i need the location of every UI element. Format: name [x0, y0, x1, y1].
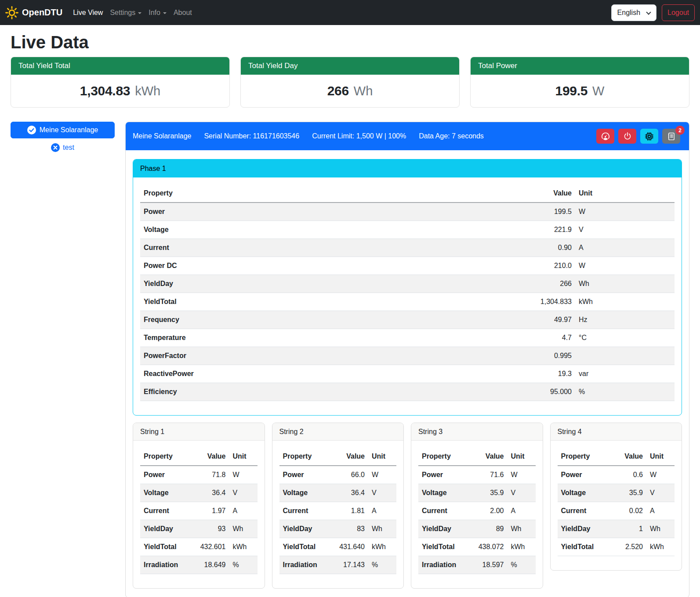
value-cell: 2.00 [464, 502, 508, 520]
nav-item-info[interactable]: Info [145, 5, 170, 20]
table-row-yieldday: YieldDay83Wh [279, 520, 397, 538]
unit-cell: W [575, 257, 675, 275]
table-row-current: Current0.02A [558, 502, 675, 520]
table-row-yieldtotal: YieldTotal2.520kWh [558, 538, 675, 556]
summary-card-body: 199.5W [471, 75, 689, 107]
test-link-label: test [63, 144, 74, 152]
value-cell: 95.000 [505, 383, 575, 401]
value-cell: 0.02 [602, 502, 646, 520]
summary-card-value: 1,304.83 [80, 83, 130, 98]
unit-cell: W [368, 466, 396, 484]
table-row-voltage: Voltage221.9V [140, 221, 675, 239]
phase-card: Phase 1 PropertyValueUnitPower199.5WVolt… [133, 159, 682, 416]
device-info-button[interactable] [640, 129, 658, 144]
journal-icon [667, 132, 675, 141]
unit-cell: A [508, 502, 536, 520]
unit-cell: W [229, 466, 258, 484]
property-cell: Power [140, 203, 505, 221]
property-cell: Irradiation [140, 556, 185, 574]
property-cell: Voltage [279, 484, 325, 502]
page-title: Live Data [11, 33, 689, 52]
summary-card-title: Total Yield Total [11, 57, 229, 75]
value-cell: 432.601 [185, 538, 229, 556]
table-row-irradiation: Irradiation17.143% [279, 556, 397, 574]
event-log-button[interactable]: 2 [662, 129, 680, 144]
property-cell: Irradiation [279, 556, 325, 574]
property-cell: Current [558, 502, 603, 520]
test-link[interactable]: test [11, 143, 115, 152]
string-card-body: PropertyValueUnitPower66.0WVoltage36.4VC… [272, 441, 404, 588]
column-header-value: Value [602, 448, 646, 466]
property-cell: Voltage [140, 484, 185, 502]
value-cell: 71.8 [185, 466, 229, 484]
value-cell: 1.97 [185, 502, 229, 520]
phase-card-header: Phase 1 [133, 159, 682, 177]
summary-card-title: Total Yield Day [241, 57, 459, 75]
table-row-current: Current0.90A [140, 239, 675, 257]
value-cell: 1 [602, 520, 646, 538]
unit-cell: A [368, 502, 396, 520]
property-cell: Frequency [140, 311, 505, 329]
unit-cell: % [229, 556, 258, 574]
summary-card-body: 266Wh [241, 75, 459, 107]
unit-cell: Wh [368, 520, 396, 538]
power-button[interactable] [618, 129, 636, 144]
unit-cell: °C [575, 329, 675, 347]
nav-item-live-view[interactable]: Live View [69, 5, 106, 20]
serial-number: Serial Number: 116171603546 [204, 132, 299, 140]
summary-card-total-power: Total Power199.5W [470, 57, 689, 108]
app-title: OpenDTU [22, 7, 62, 18]
summary-card-total-yield-day: Total Yield Day266Wh [240, 57, 460, 108]
property-cell: YieldTotal [558, 538, 603, 556]
summary-card-title: Total Power [471, 57, 689, 75]
property-cell: Current [279, 502, 325, 520]
column-header-value: Value [464, 448, 508, 466]
unit-cell [575, 347, 675, 365]
navbar: OpenDTU Live ViewSettingsInfoAbout Engli… [0, 0, 700, 25]
sun-icon [5, 6, 18, 19]
nav-item-about[interactable]: About [170, 5, 196, 20]
value-cell: 89 [464, 520, 508, 538]
inverter-panel-col: Meine Solaranlage Serial Number: 1161716… [120, 122, 695, 597]
caret-down-icon [163, 12, 167, 14]
unit-cell: % [368, 556, 396, 574]
table-row-voltage: Voltage36.4V [279, 484, 397, 502]
column-header-value: Value [324, 448, 368, 466]
limit-settings-button[interactable] [596, 129, 614, 144]
string-table: PropertyValueUnitPower66.0WVoltage36.4VC… [279, 448, 397, 574]
table-row-frequency: Frequency49.97Hz [140, 311, 675, 329]
caret-down-icon [138, 12, 141, 14]
column-header-unit: Unit [368, 448, 396, 466]
app-brand[interactable]: OpenDTU [5, 6, 62, 19]
string-card-header: String 4 [551, 423, 682, 441]
nav-item-settings[interactable]: Settings [106, 5, 145, 20]
logout-button[interactable]: Logout [662, 4, 695, 21]
inverter-name-label: Meine Solaranlage [40, 126, 98, 134]
property-cell: Temperature [140, 329, 505, 347]
table-row-power: Power0.6W [558, 466, 675, 484]
string-card-body: PropertyValueUnitPower0.6WVoltage35.9VCu… [551, 441, 682, 570]
value-cell: 199.5 [505, 203, 575, 221]
column-header-property: Property [140, 185, 505, 203]
table-row-power: Power66.0W [279, 466, 397, 484]
language-select[interactable]: English [611, 4, 656, 21]
unit-cell: V [575, 221, 675, 239]
value-cell: 1,304.833 [505, 293, 575, 311]
inverter-select-button[interactable]: Meine Solaranlage [11, 122, 115, 138]
table-row-efficiency: Efficiency95.000% [140, 383, 675, 401]
property-cell: YieldTotal [140, 293, 505, 311]
strings-row: String 1PropertyValueUnitPower71.8WVolta… [133, 423, 682, 589]
unit-cell: Wh [646, 520, 675, 538]
power-icon [623, 132, 632, 141]
table-row-power: Power71.8W [140, 466, 258, 484]
unit-cell: V [508, 484, 536, 502]
inverter-name: Meine Solaranlage [133, 132, 191, 140]
string-card-header: String 3 [411, 423, 543, 441]
value-cell: 35.9 [602, 484, 646, 502]
summary-card-value: 266 [327, 83, 349, 98]
main-row: Meine Solaranlage test Meine Solaranlage… [0, 122, 700, 597]
string-card-string-1: String 1PropertyValueUnitPower71.8WVolta… [133, 423, 265, 589]
column-header-property: Property [418, 448, 464, 466]
unit-cell: Wh [575, 275, 675, 293]
table-row-yieldday: YieldDay266Wh [140, 275, 675, 293]
